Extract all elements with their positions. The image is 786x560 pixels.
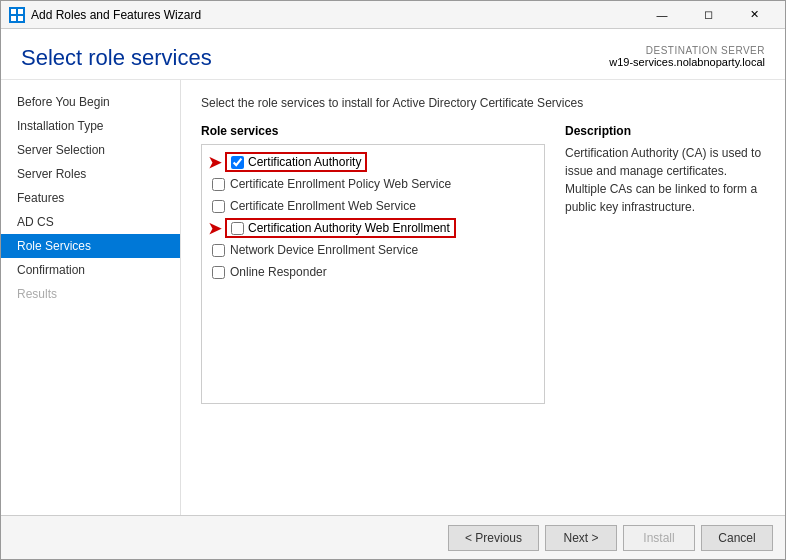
checkbox-cert-authority-web[interactable] (231, 222, 244, 235)
sidebar: Before You Begin Installation Type Serve… (1, 80, 181, 515)
sidebar-item-server-roles[interactable]: Server Roles (1, 162, 180, 186)
role-item-online-responder: Online Responder (208, 261, 538, 283)
two-column-layout: Role services ➤ Certification Authority (201, 124, 765, 404)
description-header: Description (565, 124, 765, 138)
highlighted-cert-authority: Certification Authority (225, 152, 367, 172)
role-services-column: Role services ➤ Certification Authority (201, 124, 545, 404)
role-item-row-cert-authority: ➤ Certification Authority (208, 152, 538, 172)
sidebar-item-installation-type[interactable]: Installation Type (1, 114, 180, 138)
previous-button[interactable]: < Previous (448, 525, 539, 551)
close-button[interactable]: ✕ (731, 1, 777, 29)
footer: < Previous Next > Install Cancel (1, 515, 785, 559)
install-button[interactable]: Install (623, 525, 695, 551)
checkbox-cert-enrollment-web[interactable] (212, 200, 225, 213)
checkbox-cert-enrollment-policy[interactable] (212, 178, 225, 191)
main-area: Before You Begin Installation Type Serve… (1, 80, 785, 515)
sidebar-item-role-services[interactable]: Role Services (1, 234, 180, 258)
checkbox-network-device[interactable] (212, 244, 225, 257)
titlebar: Add Roles and Features Wizard — ◻ ✕ (1, 1, 785, 29)
svg-rect-3 (11, 16, 16, 21)
sidebar-item-features[interactable]: Features (1, 186, 180, 210)
titlebar-controls: — ◻ ✕ (639, 1, 777, 29)
dest-server-name: w19-services.nolabnoparty.local (609, 56, 765, 68)
role-item-cert-enrollment-web: Certificate Enrollment Web Service (208, 195, 538, 217)
label-network-device: Network Device Enrollment Service (230, 241, 418, 259)
dest-server-label: DESTINATION SERVER (609, 45, 765, 56)
cancel-button[interactable]: Cancel (701, 525, 773, 551)
label-online-responder: Online Responder (230, 263, 327, 281)
app-icon (9, 7, 25, 23)
description-text: Certification Authority (CA) is used to … (565, 144, 765, 216)
sidebar-item-server-selection[interactable]: Server Selection (1, 138, 180, 162)
label-cert-enrollment-web: Certificate Enrollment Web Service (230, 197, 416, 215)
sidebar-item-results: Results (1, 282, 180, 306)
checkbox-online-responder[interactable] (212, 266, 225, 279)
window-title: Add Roles and Features Wizard (31, 8, 639, 22)
checkbox-cert-authority[interactable] (231, 156, 244, 169)
description-column: Description Certification Authority (CA)… (565, 124, 765, 404)
role-item-row-cert-authority-web: ➤ Certification Authority Web Enrollment (208, 218, 538, 238)
label-cert-enrollment-policy: Certificate Enrollment Policy Web Servic… (230, 175, 451, 193)
role-services-header: Role services (201, 124, 545, 138)
arrow-cert-authority-web: ➤ (208, 219, 221, 238)
next-button[interactable]: Next > (545, 525, 617, 551)
svg-rect-1 (11, 9, 16, 14)
destination-server-info: DESTINATION SERVER w19-services.nolabnop… (609, 45, 765, 68)
role-item-network-device: Network Device Enrollment Service (208, 239, 538, 261)
main-window: Add Roles and Features Wizard — ◻ ✕ Sele… (0, 0, 786, 560)
role-services-box: ➤ Certification Authority Certificate En… (201, 144, 545, 404)
role-item-cert-enrollment-policy: Certificate Enrollment Policy Web Servic… (208, 173, 538, 195)
maximize-button[interactable]: ◻ (685, 1, 731, 29)
content-area: Select role services DESTINATION SERVER … (1, 29, 785, 559)
sidebar-item-ad-cs[interactable]: AD CS (1, 210, 180, 234)
panel-description: Select the role services to install for … (201, 96, 765, 110)
svg-rect-4 (18, 16, 23, 21)
arrow-cert-authority: ➤ (208, 153, 221, 172)
sidebar-item-confirmation[interactable]: Confirmation (1, 258, 180, 282)
minimize-button[interactable]: — (639, 1, 685, 29)
highlighted-cert-authority-web: Certification Authority Web Enrollment (225, 218, 456, 238)
svg-rect-2 (18, 9, 23, 14)
header-area: Select role services DESTINATION SERVER … (1, 29, 785, 80)
sidebar-item-before-you-begin[interactable]: Before You Begin (1, 90, 180, 114)
label-cert-authority-web: Certification Authority Web Enrollment (248, 221, 450, 235)
main-panel: Select the role services to install for … (181, 80, 785, 515)
label-cert-authority: Certification Authority (248, 155, 361, 169)
page-title: Select role services (21, 45, 212, 71)
